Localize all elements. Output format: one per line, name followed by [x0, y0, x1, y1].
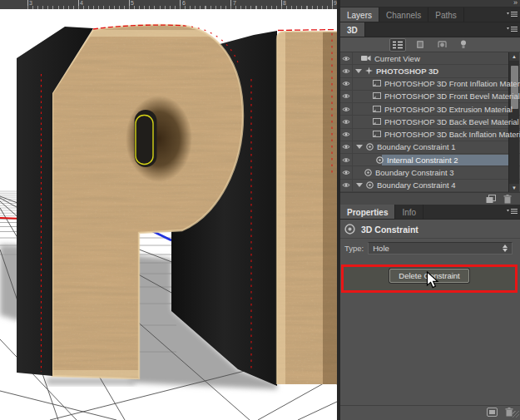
trash-icon[interactable]	[503, 195, 512, 204]
collapse-panels-icon[interactable]: »	[513, 0, 517, 7]
constraint-icon	[366, 143, 374, 151]
constraint-type-select[interactable]: Hole	[368, 242, 513, 254]
visibility-eye-icon[interactable]	[340, 65, 353, 77]
mouse-cursor	[426, 271, 439, 289]
ruler-number: 8	[283, 0, 286, 7]
scroll-up-icon[interactable]: ▲	[509, 52, 519, 61]
ruler-number: 3	[29, 0, 32, 7]
tab-paths[interactable]: Paths	[428, 7, 464, 22]
ruler-number: 5	[131, 0, 134, 7]
list-item-label: Current View	[374, 54, 420, 63]
layers-tabstrip: Layers Channels Paths	[340, 7, 520, 22]
tab-channels[interactable]: Channels	[379, 7, 428, 22]
panel-menu-icon[interactable]	[507, 11, 518, 20]
visibility-eye-icon[interactable]	[340, 166, 353, 178]
list-item-current-view[interactable]: Current View	[340, 52, 520, 65]
constraint-icon	[376, 156, 384, 164]
visibility-eye-icon[interactable]	[340, 103, 353, 115]
properties-tabstrip: Properties Info	[340, 205, 520, 220]
ruler-number: 6	[182, 0, 186, 7]
properties-bottom-bar	[340, 405, 520, 418]
filter-lights-icon[interactable]	[456, 39, 471, 51]
photoshop-window: 3 4 5 6 7 8 9	[0, 0, 520, 420]
filter-scene-icon[interactable]	[389, 38, 406, 52]
3d-panel-bottom-bar	[340, 192, 520, 205]
list-item-label: PHOTOSHOP 3D Back Inflation Material	[384, 130, 520, 139]
expand-triangle-icon[interactable]	[355, 69, 362, 73]
visibility-eye-icon[interactable]	[340, 141, 353, 153]
visibility-eye-icon[interactable]	[340, 129, 353, 141]
expand-triangle-icon[interactable]	[356, 183, 363, 187]
letter-p-hole	[126, 96, 192, 182]
tab-info[interactable]: Info	[395, 205, 423, 219]
ruler-number: 4	[80, 0, 83, 7]
list-item-photoshop-3d[interactable]: PHOTOSHOP 3D	[340, 65, 520, 77]
visibility-eye-icon[interactable]	[340, 91, 353, 102]
properties-header: 3D Constraint	[340, 220, 520, 239]
filter-meshes-icon[interactable]	[413, 39, 428, 51]
panel-top-strip: »	[340, 0, 520, 7]
list-item-label: Boundary Constraint 3	[375, 168, 454, 177]
type-row: Type: Hole	[340, 239, 520, 256]
expand-triangle-icon[interactable]	[356, 145, 363, 149]
properties-title: 3D Constraint	[361, 225, 418, 235]
material-icon	[373, 106, 381, 113]
camera-icon	[361, 55, 371, 62]
3d-filter-row	[340, 37, 520, 52]
scroll-down-icon[interactable]: ▼	[509, 184, 519, 192]
3d-scene-render[interactable]	[0, 9, 337, 420]
properties-panel: 3D Constraint Type: Hole Delete Constrai…	[340, 220, 520, 420]
list-item-label: PHOTOSHOP 3D	[376, 67, 438, 76]
list-item-label: Boundary Constraint 4	[377, 180, 456, 190]
list-item-label: PHOTOSHOP 3D Back Bevel Material	[384, 117, 519, 126]
visibility-eye-icon[interactable]	[340, 78, 353, 90]
constraint-icon	[364, 169, 372, 176]
tab-properties[interactable]: Properties	[340, 205, 395, 219]
list-item-material[interactable]: PHOTOSHOP 3D Front Bevel Material	[340, 91, 520, 103]
new-item-icon[interactable]	[486, 195, 496, 204]
type-label: Type:	[344, 244, 364, 253]
list-item-internal-constraint-2[interactable]: Internal Constraint 2	[340, 154, 520, 166]
filter-materials-icon[interactable]	[434, 39, 449, 51]
list-item-label: PHOTOSHOP 3D Extrusion Material	[384, 105, 513, 114]
list-item-label: PHOTOSHOP 3D Front Bevel Material	[384, 91, 520, 101]
visibility-eye-icon[interactable]	[340, 154, 353, 166]
list-item-label: Boundary Constraint 1	[377, 142, 456, 151]
visibility-eye-icon[interactable]	[340, 116, 353, 127]
resize-grip[interactable]	[513, 411, 519, 418]
list-item-material[interactable]: PHOTOSHOP 3D Front Inflation Material	[340, 78, 520, 91]
list-item-label: Internal Constraint 2	[387, 156, 458, 165]
list-item-boundary-constraint-4[interactable]: Boundary Constraint 4	[340, 180, 520, 192]
visibility-eye-icon[interactable]	[340, 52, 353, 64]
constraint-icon	[344, 224, 355, 235]
toggle-icon[interactable]	[487, 408, 498, 417]
mesh-figure-icon	[365, 67, 373, 75]
3d-tabstrip: 3D	[340, 22, 520, 37]
ruler-number: 7	[233, 0, 236, 7]
3d-scene-list: Current View PHOTOSHOP 3D	[340, 52, 520, 192]
panel-menu-icon[interactable]	[507, 26, 518, 35]
material-icon	[373, 92, 381, 100]
list-item-boundary-constraint-3[interactable]: Boundary Constraint 3	[340, 166, 520, 179]
list-item-label: PHOTOSHOP 3D Front Inflation Material	[384, 79, 520, 88]
material-icon	[373, 118, 381, 126]
panel-column: » Layers Channels Paths 3D	[337, 0, 520, 420]
tab-3d[interactable]: 3D	[340, 22, 365, 37]
tab-layers[interactable]: Layers	[340, 7, 379, 22]
list-item-material[interactable]: PHOTOSHOP 3D Back Inflation Material	[340, 129, 520, 141]
list-item-material[interactable]: PHOTOSHOP 3D Extrusion Material	[340, 103, 520, 116]
material-icon	[373, 80, 381, 87]
type-value: Hole	[373, 244, 389, 253]
list-item-boundary-constraint-1[interactable]: Boundary Constraint 1	[340, 141, 520, 154]
3d-viewport[interactable]: 3 4 5 6 7 8 9	[0, 0, 337, 420]
material-icon	[373, 131, 381, 138]
visibility-eye-icon[interactable]	[340, 180, 353, 191]
panel-menu-icon[interactable]	[507, 208, 518, 217]
constraint-icon	[366, 181, 374, 189]
list-item-material[interactable]: PHOTOSHOP 3D Back Bevel Material	[340, 116, 520, 128]
select-updown-icon	[503, 245, 508, 252]
